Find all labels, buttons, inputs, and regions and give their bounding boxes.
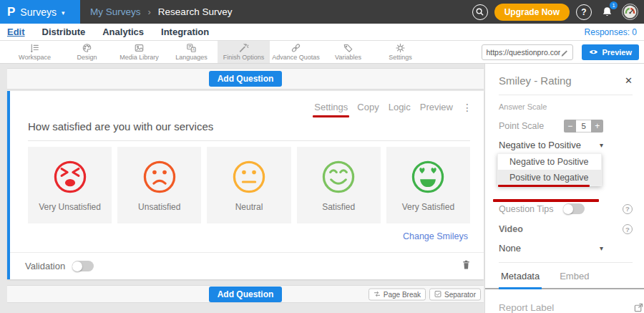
smiley-option-very-satisfied[interactable]: Very Satisfied xyxy=(386,147,470,223)
notification-badge: 1 xyxy=(610,1,618,9)
smiley-scale: Very Unsatisfied Unsatisfied xyxy=(28,147,470,223)
scale-direction-value: Negative to Positive xyxy=(499,140,581,150)
add-question-button-bottom[interactable]: Add Question xyxy=(209,286,283,302)
question-tips-help-icon[interactable]: ? xyxy=(623,204,633,214)
point-scale-stepper: − + xyxy=(564,120,603,133)
upgrade-now-button[interactable]: Upgrade Now xyxy=(494,4,570,21)
add-question-strip-bottom: Add Question Page Break Separator xyxy=(7,285,484,303)
gauge-icon xyxy=(623,5,637,19)
smiley-option-very-unsatisfied[interactable]: Very Unsatisfied xyxy=(28,147,112,223)
separator-button[interactable]: Separator xyxy=(429,288,481,300)
tab-metadata[interactable]: Metadata xyxy=(499,266,542,289)
question-tab-logic[interactable]: Logic xyxy=(389,102,411,112)
smiley-option-unsatisfied[interactable]: Unsatisfied xyxy=(117,147,201,223)
metadata-embed-tabs: Metadata Embed xyxy=(485,266,644,289)
video-select[interactable]: None ▾ xyxy=(499,243,603,254)
point-scale-value[interactable] xyxy=(576,120,591,133)
toolbar-design[interactable]: Design xyxy=(61,41,113,63)
delete-question-button[interactable] xyxy=(462,259,471,273)
questionpro-logo-icon: P xyxy=(7,5,15,19)
panel-header: Smiley - Rating ✕ xyxy=(499,64,633,95)
question-card: Settings Copy Logic Preview ⋮ How satisf… xyxy=(7,91,484,279)
close-panel-button[interactable]: ✕ xyxy=(625,75,633,86)
toolbar-media-library[interactable]: Media Library xyxy=(113,41,165,63)
breadcrumb-current-survey: Research Survey xyxy=(158,6,233,17)
avatar[interactable] xyxy=(622,4,638,20)
scale-direction-select[interactable]: Negative to Positive ▾ xyxy=(499,140,603,150)
search-button[interactable] xyxy=(472,4,488,20)
media-library-icon xyxy=(134,43,145,53)
change-smileys-link[interactable]: Change Smileys xyxy=(403,231,468,241)
add-question-strip-top: Add Question xyxy=(7,68,484,90)
surveys-menu[interactable]: P Surveys ▾ xyxy=(0,0,80,24)
checkbox-checked-icon xyxy=(434,291,441,298)
toolbar-variables[interactable]: Variables xyxy=(322,41,374,63)
chevron-down-icon: ▾ xyxy=(600,141,603,149)
validation-toggle[interactable] xyxy=(72,261,94,271)
responses-count[interactable]: Responses: 0 xyxy=(585,27,637,37)
question-tabs: Settings Copy Logic Preview ⋮ xyxy=(314,102,472,112)
point-scale-label: Point Scale xyxy=(499,121,544,131)
breadcrumb: My Surveys › Research Survey xyxy=(90,6,232,17)
toolbar-settings[interactable]: Settings xyxy=(374,41,426,63)
divider xyxy=(499,262,633,263)
notifications-button[interactable]: 1 xyxy=(598,4,615,21)
toolbar-languages[interactable]: A Languages xyxy=(165,41,218,63)
point-scale-plus-button[interactable]: + xyxy=(591,120,603,133)
question-tab-preview[interactable]: Preview xyxy=(420,102,453,112)
video-select-value: None xyxy=(499,243,521,254)
very-unsatisfied-smiley-icon xyxy=(52,158,89,196)
question-settings-panel: Smiley - Rating ✕ Answer Scale Point Sca… xyxy=(484,64,644,313)
edit-pencil-icon[interactable] xyxy=(560,48,569,57)
video-label: Video xyxy=(499,224,523,234)
design-icon xyxy=(82,43,92,53)
kebab-menu-icon[interactable]: ⋮ xyxy=(462,102,472,112)
breadcrumb-separator-icon: › xyxy=(148,6,151,17)
point-scale-minus-button[interactable]: − xyxy=(564,120,576,133)
question-title[interactable]: How satisfied are you with our services xyxy=(28,120,470,141)
validation-label: Validation xyxy=(25,261,65,271)
question-mark-icon: ? xyxy=(581,7,586,17)
edit-toolbar: Workspace Design Media Library A Languag… xyxy=(0,41,644,64)
help-button[interactable]: ? xyxy=(576,4,592,20)
nav-tab-distribute[interactable]: Distribute xyxy=(42,27,86,37)
toolbar-workspace[interactable]: Workspace xyxy=(9,41,61,63)
page-break-button[interactable]: Page Break xyxy=(369,288,426,300)
nav-tab-edit[interactable]: Edit xyxy=(7,27,25,37)
survey-canvas: Add Question Settings Copy Logic Preview… xyxy=(0,64,484,313)
very-satisfied-smiley-icon xyxy=(409,158,447,196)
smiley-option-neutral[interactable]: Neutral xyxy=(207,147,291,223)
point-scale-row: Point Scale − + xyxy=(499,120,633,133)
panel-title: Smiley - Rating xyxy=(499,74,572,87)
page-break-icon xyxy=(374,291,381,298)
top-header-bar: P Surveys ▾ My Surveys › Research Survey… xyxy=(0,0,644,24)
question-tab-copy[interactable]: Copy xyxy=(357,102,379,112)
external-link-icon xyxy=(634,303,643,312)
tab-embed[interactable]: Embed xyxy=(557,266,591,288)
question-tips-toggle[interactable] xyxy=(563,203,585,214)
question-tab-settings[interactable]: Settings xyxy=(314,102,348,112)
nav-tab-integration[interactable]: Integration xyxy=(161,27,209,37)
toolbar-finish-options[interactable]: Finish Options xyxy=(218,41,270,63)
preview-button[interactable]: Preview xyxy=(582,44,639,60)
add-question-button-top[interactable]: Add Question xyxy=(209,71,283,87)
survey-url-box[interactable] xyxy=(482,44,573,60)
video-help-icon[interactable]: ? xyxy=(623,224,633,234)
option-negative-to-positive[interactable]: Negative to Positive xyxy=(498,154,601,170)
toolbar-advance-quotas[interactable]: Advance Quotas xyxy=(270,41,322,63)
toolbar-right: Preview xyxy=(482,41,644,63)
header-actions: Upgrade Now ? 1 xyxy=(472,4,644,21)
chevron-down-icon: ▾ xyxy=(62,9,65,16)
expand-report-label-button[interactable] xyxy=(634,302,643,313)
report-label-input[interactable] xyxy=(499,302,625,313)
languages-icon: A xyxy=(186,43,197,53)
survey-url-input[interactable] xyxy=(486,48,560,57)
breadcrumb-my-surveys[interactable]: My Surveys xyxy=(90,6,141,17)
video-row: Video ? xyxy=(499,224,633,234)
nav-tab-analytics[interactable]: Analytics xyxy=(102,27,144,37)
questionpro-survey-editor: P Surveys ▾ My Surveys › Research Survey… xyxy=(0,0,644,313)
smiley-option-satisfied[interactable]: Satisfied xyxy=(297,147,381,223)
strip-right-buttons: Page Break Separator xyxy=(369,288,481,300)
option-positive-to-negative[interactable]: Positive to Negative xyxy=(498,170,601,186)
scale-direction-menu: Negative to Positive Positive to Negativ… xyxy=(497,153,602,186)
